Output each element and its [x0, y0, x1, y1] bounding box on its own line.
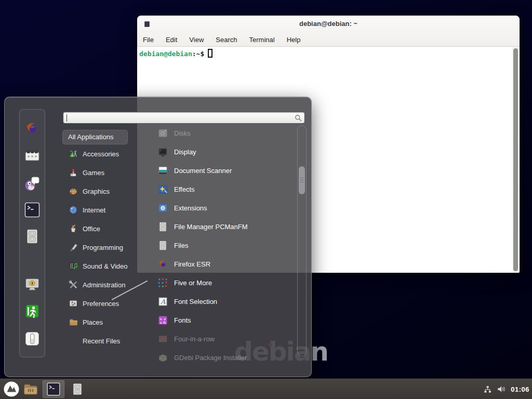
app-label: Files	[174, 242, 188, 249]
administration-icon	[69, 280, 78, 289]
app-extensions[interactable]: Extensions	[149, 198, 299, 217]
app-label: Fonts	[174, 316, 191, 324]
favorites-sidebar	[19, 109, 45, 357]
favorite-pidgin[interactable]	[24, 175, 41, 191]
terminal-cursor	[208, 49, 212, 58]
terminal-scrollbar[interactable]	[512, 47, 519, 272]
app-display[interactable]: Display	[149, 142, 299, 161]
category-recent-files[interactable]: Recent Files	[59, 331, 142, 350]
logout-icon	[24, 303, 41, 320]
taskbar-window-terminal[interactable]	[43, 380, 64, 398]
graphics-icon	[69, 187, 78, 196]
firefox-icon	[157, 259, 168, 270]
category-games[interactable]: Games	[59, 163, 142, 182]
category-office[interactable]: Office	[59, 219, 142, 238]
clock[interactable]: 01:06	[511, 385, 529, 393]
file-cabinet-icon	[157, 240, 168, 251]
network-icon[interactable]	[483, 385, 492, 394]
app-files[interactable]: Files	[149, 236, 299, 255]
favorite-volume-mixer[interactable]	[24, 147, 41, 164]
category-programming[interactable]: Programming	[59, 238, 142, 257]
internet-globe-icon	[69, 205, 78, 215]
app-five-or-more[interactable]: Five or More	[149, 273, 299, 292]
category-label: Preferences	[83, 300, 119, 308]
app-label: File Manager PCManFM	[174, 223, 248, 231]
menu-file[interactable]: File	[141, 35, 155, 45]
menu-view[interactable]: View	[188, 35, 205, 45]
shutdown-button[interactable]	[24, 330, 41, 347]
category-label: Programming	[83, 244, 123, 251]
file-cabinet-icon	[157, 221, 168, 232]
menu-edit[interactable]: Edit	[164, 35, 179, 45]
shell-prompt: debian@debian:~$	[139, 49, 212, 58]
category-label: Accessories	[83, 150, 119, 158]
app-effects[interactable]: Effects	[149, 180, 299, 198]
application-menu: All Applications Accessories Games Graph…	[4, 97, 312, 377]
volume-icon[interactable]	[497, 384, 506, 394]
terminal-header: debian@debian: ~ File Edit View Search T…	[137, 16, 520, 47]
font-selection-icon	[157, 296, 168, 307]
file-cabinet-icon	[24, 228, 41, 245]
category-administration[interactable]: Administration	[59, 275, 142, 294]
app-label: GDebi Package Installer	[174, 354, 247, 362]
menu-search[interactable]: Search	[214, 35, 238, 45]
category-label: Administration	[83, 281, 125, 289]
lock-screen-button[interactable]	[24, 276, 41, 292]
menu-terminal[interactable]: Terminal	[248, 35, 276, 45]
category-preferences[interactable]: Preferences	[59, 294, 142, 313]
app-font-selection[interactable]: Font Selection	[149, 292, 299, 311]
app-fonts[interactable]: Fonts	[149, 311, 299, 329]
category-label: Internet	[83, 206, 105, 214]
logout-button[interactable]	[24, 303, 41, 320]
app-firefox-esr[interactable]: Firefox ESR	[149, 255, 299, 273]
favorite-terminal[interactable]	[24, 202, 41, 218]
favorite-file-manager[interactable]	[24, 228, 41, 245]
menu-launcher-button[interactable]	[2, 380, 21, 398]
terminal-titlebar[interactable]: debian@debian: ~	[137, 16, 520, 32]
menu-search-box	[63, 112, 305, 124]
prompt-user-host: debian@debian	[139, 50, 192, 58]
display-icon	[157, 147, 168, 157]
search-icon	[294, 114, 302, 122]
menu-scrollbar[interactable]	[297, 125, 307, 356]
terminal-icon	[46, 382, 61, 396]
app-label: Document Scanner	[174, 167, 232, 175]
app-four-in-a-row[interactable]: Four-in-a-row	[149, 329, 299, 348]
category-graphics[interactable]: Graphics	[59, 182, 142, 201]
category-label: Sound & Video	[83, 262, 128, 270]
taskbar-window-files[interactable]	[69, 380, 86, 398]
firefox-icon	[24, 121, 41, 137]
prompt-path: :~$	[192, 50, 204, 58]
taskbar-folder-launcher[interactable]	[22, 380, 39, 398]
category-places[interactable]: Places	[59, 313, 142, 331]
category-list: Accessories Games Graphics Internet Offi…	[59, 144, 142, 350]
filter-all-applications[interactable]: All Applications	[62, 130, 128, 144]
category-accessories[interactable]: Accessories	[59, 144, 142, 163]
category-label: Games	[83, 169, 104, 177]
file-cabinet-icon	[71, 382, 84, 396]
menu-scrollbar-thumb[interactable]	[299, 166, 305, 194]
search-input[interactable]	[66, 113, 290, 123]
search-caret	[66, 114, 67, 122]
menu-help[interactable]: Help	[285, 35, 302, 45]
category-sound-video[interactable]: Sound & Video	[59, 257, 142, 275]
terminal-title: debian@debian: ~	[137, 20, 520, 28]
accessories-icon	[69, 149, 78, 158]
app-disks[interactable]: Disks	[149, 124, 299, 142]
lock-screen-icon	[24, 276, 41, 292]
four-in-a-row-icon	[157, 334, 168, 344]
app-label: Five or More	[174, 279, 212, 287]
category-internet[interactable]: Internet	[59, 201, 142, 219]
terminal-scrollbar-thumb[interactable]	[513, 48, 518, 271]
disks-icon	[157, 128, 168, 139]
effects-icon	[157, 184, 168, 195]
category-label: Graphics	[83, 188, 110, 195]
terminal-menubar: File Edit View Search Terminal Help	[141, 32, 302, 47]
app-document-scanner[interactable]: Document Scanner	[149, 161, 299, 180]
games-icon	[69, 168, 78, 177]
app-file-manager-pcmanfm[interactable]: File Manager PCManFM	[149, 217, 299, 236]
app-label: Disks	[174, 129, 191, 137]
favorite-firefox[interactable]	[24, 121, 41, 137]
desktop: debian debian@debian: ~ File Edit View S…	[0, 0, 532, 399]
app-gdebi-package-installer[interactable]: GDebi Package Installer	[149, 348, 299, 367]
